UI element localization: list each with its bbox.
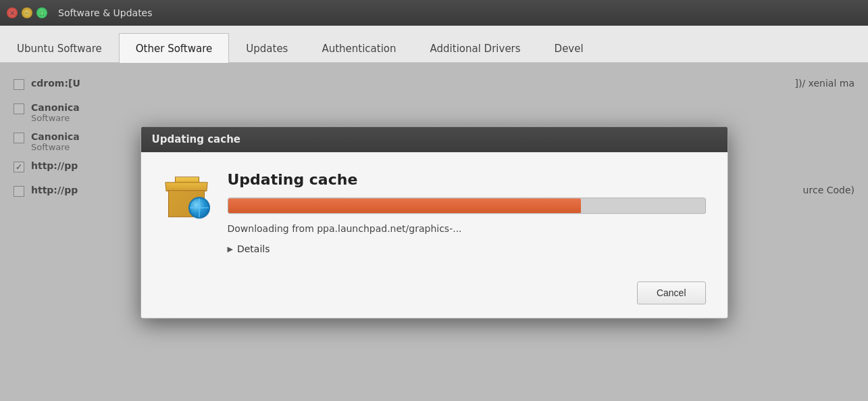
dialog-heading: Updating cache (228, 171, 706, 188)
status-text: Downloading from ppa.launchpad.net/graph… (228, 223, 706, 234)
tab-additional-drivers[interactable]: Additional Drivers (413, 33, 538, 63)
details-arrow-icon: ▶ (228, 245, 233, 254)
cancel-button[interactable]: Cancel (637, 281, 706, 304)
dialog-titlebar: Updating cache (141, 126, 727, 152)
update-cache-dialog: Updating cache Up (141, 126, 728, 319)
details-toggle[interactable]: ▶ Details (228, 243, 706, 254)
minimize-button[interactable]: − (22, 7, 32, 18)
progress-bar-fill (228, 198, 581, 213)
title-bar: ✕ − □ Software & Updates (0, 0, 868, 26)
main-content: cdrom:[U ])/ xenial ma Canonica Software… (0, 63, 868, 401)
package-icon (163, 171, 211, 220)
tab-authentication[interactable]: Authentication (305, 33, 413, 63)
window-title: Software & Updates (58, 7, 153, 18)
globe-icon (188, 197, 210, 218)
tab-ubuntu-software[interactable]: Ubuntu Software (0, 33, 119, 63)
window-controls: ✕ − □ (7, 7, 47, 18)
tab-bar: Ubuntu Software Other Software Updates A… (0, 26, 868, 63)
dialog-top: Updating cache Downloading from ppa.laun… (163, 171, 706, 254)
dialog-body: Updating cache Downloading from ppa.laun… (141, 152, 727, 270)
maximize-button[interactable]: □ (36, 7, 47, 18)
tab-developer-options[interactable]: Devel (538, 33, 601, 63)
progress-bar-track (228, 197, 706, 214)
tab-other-software[interactable]: Other Software (119, 33, 229, 63)
dialog-right: Updating cache Downloading from ppa.laun… (228, 171, 706, 254)
details-label: Details (237, 243, 270, 254)
globe-meridian (199, 198, 200, 217)
dialog-footer: Cancel (141, 270, 727, 318)
box-icon (163, 171, 211, 220)
dialog-titlebar-text: Updating cache (152, 133, 240, 145)
close-button[interactable]: ✕ (7, 7, 18, 18)
tab-updates[interactable]: Updates (229, 33, 305, 63)
